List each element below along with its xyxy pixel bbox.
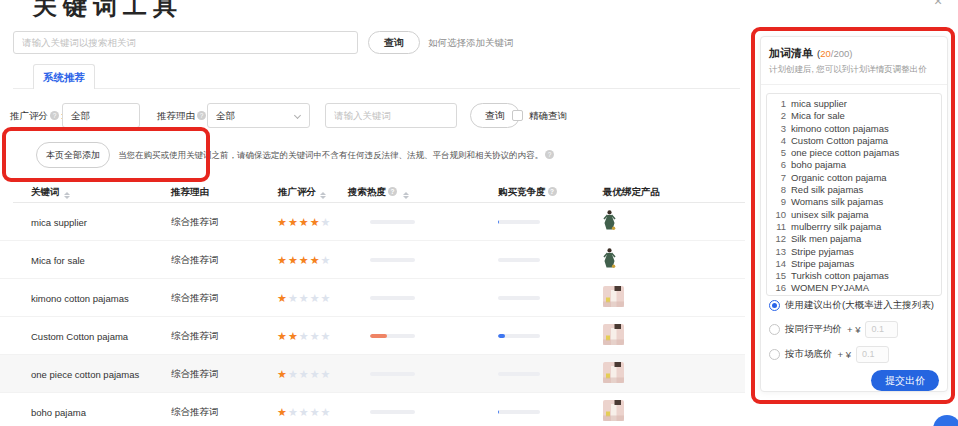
bar-fill [498, 410, 499, 414]
list-item[interactable]: 12Silk men pajama [767, 233, 941, 245]
radio-icon[interactable] [769, 300, 780, 311]
list-item[interactable]: 6boho pajama [767, 159, 941, 171]
search-query-button[interactable]: 查询 [368, 31, 420, 54]
list-item-index: 7 [767, 172, 786, 184]
star-icon: ★ [310, 291, 321, 303]
reason-cell: 综合推荐词 [171, 367, 219, 380]
star-icon: ★ [288, 253, 299, 265]
list-item-index: 2 [767, 110, 786, 122]
bid-option[interactable]: 使用建议出价(大概率进入主搜列表) [766, 293, 946, 318]
list-item[interactable]: 14Stripe pajamas [767, 258, 941, 270]
keyword-cell: Custom Cotton pajama [31, 330, 128, 341]
reason-filter-select[interactable]: 全部 [207, 103, 310, 128]
sort-icon[interactable] [403, 192, 409, 199]
star-icon: ★ [299, 215, 310, 227]
bid-amount-input[interactable]: 0.1 [856, 346, 889, 363]
bar-fill [498, 220, 499, 224]
star-icon: ★ [310, 215, 321, 227]
list-item[interactable]: 9Womans silk pajamas [767, 196, 941, 208]
keyword-count: (20/200) [817, 48, 852, 59]
star-rating: ★★★★★ [277, 253, 331, 266]
help-icon: ? [50, 111, 59, 120]
search-input[interactable] [13, 31, 358, 54]
star-rating: ★★★★★ [277, 405, 331, 418]
keyword-filter-input[interactable] [325, 103, 457, 128]
sort-icon[interactable] [320, 192, 326, 199]
bar-track [370, 410, 415, 414]
floating-action-button[interactable] [933, 415, 958, 426]
sort-icon[interactable] [64, 192, 70, 199]
table-row[interactable]: one piece cotton pajamas综合推荐词★★★★★ [0, 355, 745, 393]
score-filter-select[interactable]: 全部 [62, 103, 140, 128]
radio-icon[interactable] [769, 324, 780, 335]
list-item[interactable]: 4Custom Cotton pajama [767, 135, 941, 147]
table-row[interactable]: kimono cotton pajamas综合推荐词★★★★★ [0, 279, 745, 317]
star-icon: ★ [299, 291, 310, 303]
table-row[interactable]: Custom Cotton pajama综合推荐词★★★★★ [0, 317, 745, 355]
keyword-list[interactable]: 1mica supplier2Mica for sale3kimono cott… [766, 93, 942, 296]
help-link[interactable]: 如何选择添加关键词 [428, 37, 514, 50]
exact-search-checkbox[interactable] [512, 110, 523, 121]
heat-bar [370, 334, 415, 338]
list-item-index: 12 [767, 233, 786, 245]
submit-bid-button[interactable]: 提交出价 [871, 370, 939, 391]
list-item[interactable]: 13Stripe pyjamas [767, 246, 941, 258]
list-item-index: 11 [767, 221, 786, 233]
chevron-down-icon [294, 112, 301, 119]
list-item[interactable]: 3kimono cotton pajamas [767, 123, 941, 135]
list-item-index: 9 [767, 196, 786, 208]
bid-option[interactable]: 按同行平均价+ ¥0.1 [766, 318, 946, 343]
bid-option-label: 按市场底价 [785, 348, 833, 361]
add-word-panel: 加词清单(20/200) 计划创建后, 您可以到计划详情页调整出价 1mica … [760, 36, 948, 392]
list-item-index: 8 [767, 184, 786, 196]
tab-system-recommend[interactable]: 系统推荐 [33, 64, 95, 89]
plus-yuan-label: + ¥ [838, 349, 851, 360]
bar-track [370, 220, 415, 224]
reason-cell: 综合推荐词 [171, 329, 219, 342]
table-row[interactable]: mica supplier综合推荐词★★★★★ [0, 203, 745, 241]
product-thumbnail [603, 286, 624, 310]
reason-cell: 综合推荐词 [171, 291, 219, 304]
bid-amount-input[interactable]: 0.1 [865, 321, 898, 338]
list-item[interactable]: 11mulberrry silk pajama [767, 221, 941, 233]
star-icon: ★ [310, 329, 321, 341]
list-item[interactable]: 2Mica for sale [767, 110, 941, 122]
heat-bar [370, 220, 415, 224]
column-header-heat[interactable]: 搜索热度? [348, 180, 409, 203]
list-item-index: 14 [767, 258, 786, 270]
column-header-product: 最优绑定产品 [603, 180, 660, 203]
star-icon: ★ [310, 367, 321, 379]
list-item[interactable]: 15Turkish cotton pajamas [767, 270, 941, 282]
list-item-keyword: Stripe pajamas [791, 258, 854, 270]
list-item-index: 4 [767, 135, 786, 147]
keyword-cell: boho pajama [31, 406, 86, 417]
star-icon: ★ [277, 215, 288, 227]
star-icon: ★ [310, 405, 321, 417]
list-item[interactable]: 8Red silk pajamas [767, 184, 941, 196]
bar-track [370, 334, 415, 338]
list-item[interactable]: 5one piece cotton pajamas [767, 147, 941, 159]
table-row[interactable]: boho pajama综合推荐词★★★★★ [0, 393, 745, 426]
help-icon: ? [548, 187, 557, 196]
bid-option[interactable]: 按市场底价+ ¥0.1 [766, 342, 946, 367]
heat-bar [370, 258, 415, 262]
star-icon: ★ [310, 253, 321, 265]
keyword-cell: kimono cotton pajamas [31, 292, 129, 303]
score-filter-label: 推广评分?: [10, 103, 64, 128]
radio-icon[interactable] [769, 349, 780, 360]
star-rating: ★★★★★ [277, 215, 331, 228]
list-item-index: 13 [767, 246, 786, 258]
add-all-button[interactable]: 本页全部添加 [36, 142, 110, 168]
help-icon: ? [197, 111, 206, 120]
table-row[interactable]: Mica for sale综合推荐词★★★★★ [0, 241, 745, 279]
column-header-keyword[interactable]: 关键词 [31, 180, 70, 203]
heat-bar [370, 296, 415, 300]
list-item-keyword: Silk men pajama [791, 233, 861, 245]
star-icon: ★ [321, 405, 332, 417]
list-item[interactable]: 1mica supplier [767, 98, 941, 110]
column-header-score[interactable]: 推广评分 [278, 180, 326, 203]
list-item[interactable]: 10unisex silk pajama [767, 209, 941, 221]
close-icon[interactable]: × [934, 0, 942, 9]
list-item-keyword: boho pajama [791, 159, 846, 171]
list-item[interactable]: 7Organic cotton pajama [767, 172, 941, 184]
